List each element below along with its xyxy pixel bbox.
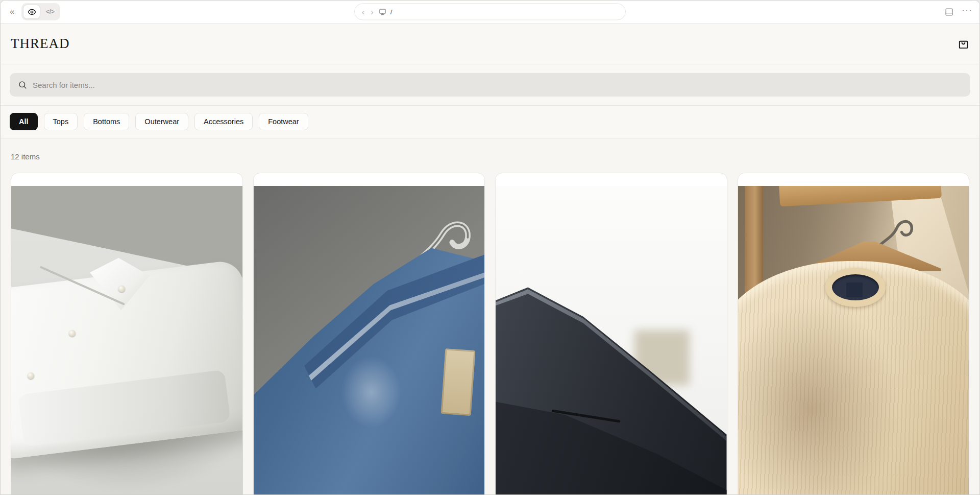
builder-toolbar: « </> ‹ › [1,1,979,23]
toolbar-left-group: « </> [8,3,60,20]
product-list-section: 12 items [1,152,979,495]
panel-bottom-toggle-button[interactable] [945,8,953,16]
code-toggle-button[interactable]: </> [41,5,59,19]
product-image-black-trousers [496,186,727,495]
filter-chip-footwear[interactable]: Footwear [259,113,308,130]
more-options-button[interactable]: ··· [962,10,972,14]
filter-chip-bottoms[interactable]: Bottoms [84,113,129,130]
url-path: / [390,8,393,16]
preview-toggle-button[interactable] [23,5,40,19]
toolbar-right-group: ··· [945,8,972,16]
cart-button[interactable] [958,38,969,50]
forward-button[interactable]: › [370,8,374,16]
search-box[interactable] [10,73,970,97]
product-image-denim-jacket [254,186,485,495]
product-card[interactable] [253,173,485,495]
product-card[interactable] [495,173,727,495]
store-header: THREAD [1,23,979,64]
search-input[interactable] [33,81,962,89]
filter-chip-all[interactable]: All [10,113,38,130]
view-toggle-group: </> [21,3,60,20]
product-image-white-linen-shirt [11,186,242,495]
shopping-bag-icon [958,38,969,50]
product-grid [11,173,969,495]
back-button[interactable]: ‹ [361,8,365,16]
app-window: « </> ‹ › [0,0,980,495]
filter-chip-accessories[interactable]: Accessories [194,113,253,130]
code-icon: </> [46,8,55,15]
search-section [1,64,979,106]
search-icon [18,80,27,89]
eye-icon [28,8,36,16]
product-card[interactable] [11,173,243,495]
filter-chip-tops[interactable]: Tops [44,113,78,130]
panel-bottom-icon [945,8,953,16]
monitor-icon [379,8,386,16]
collapse-sidebar-button[interactable]: « [8,6,16,18]
brand-logo: THREAD [11,36,70,52]
items-count-label: 12 items [11,152,969,161]
preview-address-bar[interactable]: ‹ › / [354,4,626,20]
product-image-cream-knit-sweater [738,186,969,495]
filter-chip-outerwear[interactable]: Outerwear [135,113,188,130]
product-card[interactable] [738,173,970,495]
category-filter-row: All Tops Bottoms Outerwear Accessories F… [1,106,979,138]
